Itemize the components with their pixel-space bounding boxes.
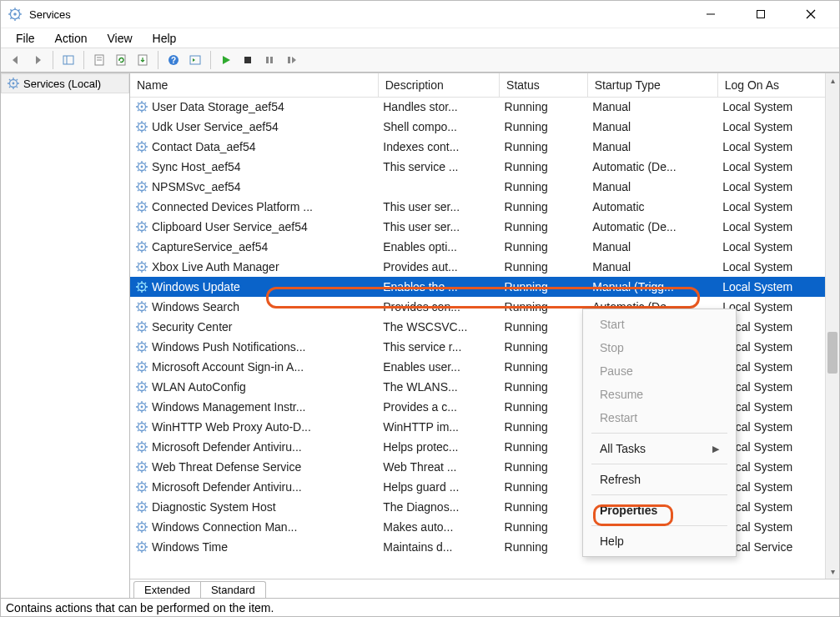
service-status: Running	[500, 417, 588, 437]
service-description: Handles stor...	[378, 97, 499, 117]
gear-icon	[135, 300, 148, 314]
service-startup: Manual	[587, 97, 717, 117]
service-description: Enables user...	[378, 357, 499, 377]
table-row[interactable]: Udk User Service_aef54Shell compo...Runn…	[130, 117, 839, 137]
svg-point-51	[141, 386, 143, 389]
service-description: Provides con...	[378, 297, 499, 317]
pause-service-button[interactable]	[259, 50, 279, 70]
service-description: Indexes cont...	[378, 137, 499, 157]
service-name: Security Center	[152, 320, 232, 334]
restart-service-button[interactable]	[281, 50, 301, 70]
svg-point-67	[141, 546, 143, 549]
svg-point-1	[13, 13, 17, 16]
service-name: Windows Time	[152, 540, 228, 554]
scroll-thumb[interactable]	[827, 332, 837, 374]
service-logon: Local System	[717, 277, 838, 297]
vertical-scrollbar[interactable]: ▴ ▾	[825, 73, 839, 579]
col-header-description[interactable]: Description	[378, 73, 499, 97]
ctx-properties[interactable]: Properties	[583, 499, 736, 522]
statusbar: Contains actions that can be performed o…	[1, 598, 839, 616]
properties-toolbar-button[interactable]	[89, 50, 109, 70]
gear-icon	[135, 460, 148, 474]
tree-pane[interactable]: Services (Local)	[1, 73, 130, 598]
export-list-button[interactable]	[133, 50, 153, 70]
ctx-separator	[591, 433, 727, 434]
service-name: CaptureService_aef54	[152, 240, 268, 253]
svg-point-57	[141, 446, 143, 449]
service-name: Windows Connection Man...	[152, 520, 297, 534]
ctx-all-tasks[interactable]: All Tasks▶	[583, 437, 736, 460]
tab-extended[interactable]: Extended	[133, 581, 201, 598]
service-name: Diagnostic System Host	[152, 500, 276, 514]
col-header-startup[interactable]: Startup Type	[587, 73, 717, 97]
service-description: Makes auto...	[378, 517, 499, 537]
ctx-refresh[interactable]: Refresh	[583, 468, 736, 491]
gear-icon	[135, 420, 148, 434]
service-description: Web Threat ...	[378, 457, 499, 477]
show-hide-action-pane-button[interactable]	[185, 50, 205, 70]
svg-rect-16	[244, 57, 251, 63]
svg-point-21	[13, 83, 15, 85]
service-status: Running	[500, 437, 588, 457]
table-row[interactable]: Windows UpdateEnables the ...RunningManu…	[130, 277, 839, 297]
svg-point-55	[141, 426, 143, 429]
scroll-down-arrow-icon[interactable]: ▾	[826, 564, 839, 579]
ctx-help[interactable]: Help	[583, 529, 736, 553]
svg-point-41	[141, 286, 143, 288]
context-menu: Start Stop Pause Resume Restart All Task…	[582, 308, 737, 557]
ctx-resume: Resume	[583, 383, 736, 406]
service-name: Microsoft Defender Antiviru...	[152, 480, 302, 494]
help-toolbar-button[interactable]: ?	[163, 50, 184, 70]
minimize-button[interactable]	[696, 3, 726, 26]
scroll-up-arrow-icon[interactable]: ▴	[826, 73, 839, 88]
service-logon: Local System	[717, 117, 838, 137]
forward-button[interactable]	[28, 50, 48, 70]
service-startup: Manual	[587, 177, 717, 197]
table-row[interactable]: NPSMSvc_aef54RunningManualLocal System	[130, 177, 839, 197]
show-hide-tree-button[interactable]	[58, 50, 78, 70]
svg-point-65	[141, 526, 143, 529]
close-button[interactable]	[796, 3, 826, 26]
service-status: Running	[500, 537, 588, 557]
svg-rect-18	[270, 57, 273, 63]
tree-item-services-local[interactable]: Services (Local)	[1, 73, 129, 93]
maximize-button[interactable]	[746, 3, 776, 26]
gear-icon	[135, 100, 148, 113]
table-row[interactable]: Clipboard User Service_aef54This user se…	[130, 217, 839, 237]
service-status: Running	[500, 177, 588, 197]
service-name: Contact Data_aef54	[152, 140, 256, 153]
service-startup: Manual	[587, 117, 717, 137]
menu-help[interactable]: Help	[144, 30, 185, 47]
table-row[interactable]: Connected Devices Platform ...This user …	[130, 197, 839, 217]
svg-point-43	[141, 306, 143, 308]
service-name: Udk User Service_aef54	[152, 120, 279, 133]
ctx-start: Start	[583, 313, 736, 336]
svg-rect-6	[63, 56, 73, 64]
service-logon: Local System	[717, 157, 838, 177]
table-row[interactable]: Sync Host_aef54This service ...RunningAu…	[130, 157, 839, 177]
col-header-name[interactable]: Name	[130, 73, 378, 97]
col-header-logon[interactable]: Log On As	[717, 73, 838, 97]
service-startup: Automatic (De...	[587, 217, 717, 237]
table-row[interactable]: Contact Data_aef54Indexes cont...Running…	[130, 137, 839, 157]
start-service-button[interactable]	[216, 50, 236, 70]
menu-action[interactable]: Action	[47, 30, 96, 47]
service-status: Running	[500, 517, 588, 537]
table-row[interactable]: CaptureService_aef54Enables opti...Runni…	[130, 237, 839, 257]
gear-icon	[7, 77, 20, 90]
svg-point-23	[141, 106, 143, 108]
table-row[interactable]: User Data Storage_aef54Handles stor...Ru…	[130, 97, 839, 117]
refresh-toolbar-button[interactable]	[111, 50, 131, 70]
service-status: Running	[500, 477, 588, 497]
svg-point-49	[141, 366, 143, 369]
stop-service-button[interactable]	[238, 50, 258, 70]
menu-file[interactable]: File	[8, 30, 43, 47]
tab-standard[interactable]: Standard	[200, 581, 266, 598]
service-status: Running	[500, 297, 588, 317]
menu-view[interactable]: View	[98, 30, 140, 47]
service-logon: Local System	[717, 217, 838, 237]
back-button[interactable]	[6, 50, 26, 70]
table-row[interactable]: Xbox Live Auth ManagerProvides aut...Run…	[130, 257, 839, 277]
service-status: Running	[500, 217, 588, 237]
col-header-status[interactable]: Status	[500, 73, 588, 97]
